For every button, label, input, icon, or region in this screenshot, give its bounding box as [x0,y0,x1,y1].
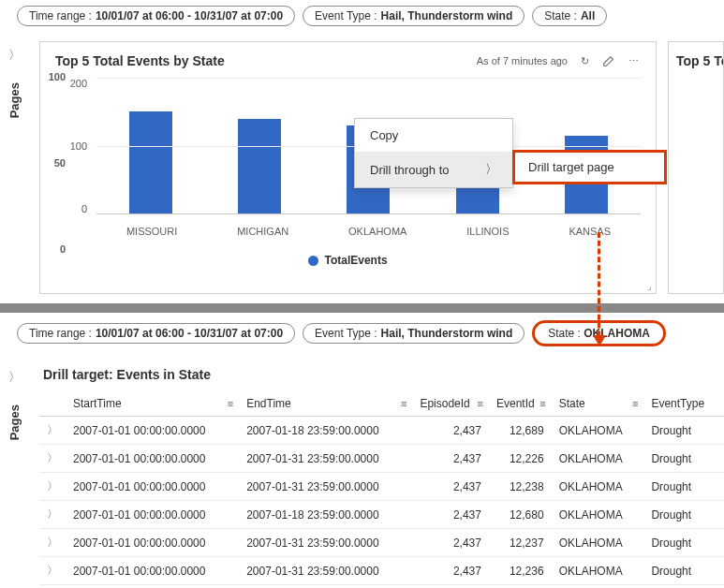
context-menu: Copy Drill through to 〉 [354,118,513,188]
filter-bar-top: Time range : 10/01/07 at 06:00 - 10/31/0… [0,0,724,32]
cell-eventtype: Drought [643,529,724,557]
dashboard-panel-top: Top 5 Total Events by State As of 7 minu… [32,32,724,303]
cell-eventtype: Drought [643,417,724,445]
cell-eventtype: Drought [643,585,724,589]
column-menu-icon[interactable]: ≡ [478,398,483,409]
pages-rail-top: 〉 Pages [0,32,28,118]
cell-episodeid: 2,437 [412,501,489,529]
ctx-item-drillthrough[interactable]: Drill through to 〉 [355,152,512,187]
col-eventtype[interactable]: EventType [643,391,724,417]
col-endtime[interactable]: EndTime≡ [239,391,412,417]
x-tick: ILLINOIS [466,226,509,237]
table-row[interactable]: 〉2007-01-01 00:00:00.00002007-01-31 23:5… [39,557,724,585]
chevron-right-icon: 〉 [485,161,497,178]
x-tick: MISSOURI [126,226,177,237]
filter-label: Event Type : [315,327,377,340]
col-starttime[interactable]: StartTime≡ [66,391,239,417]
table-header-row: StartTime≡ EndTime≡ EpisodeId≡ EventId≡ … [39,391,724,417]
filter-label: Time range : [29,9,92,22]
expand-row-icon[interactable]: 〉 [39,557,66,585]
table-row[interactable]: 〉2007-01-01 00:00:00.00002007-01-31 23:5… [39,445,724,473]
x-tick: KANSAS [569,226,611,237]
cell-state: OKLAHOMA [552,501,644,529]
filter-state[interactable]: State : All [532,6,607,26]
cell-eventtype: Drought [643,557,724,585]
expand-row-icon[interactable]: 〉 [39,473,66,501]
side-card-title: Top 5 Total [676,53,724,68]
cell-endtime: 2007-01-31 23:59:00.0000 [239,557,412,585]
chevron-right-icon[interactable]: 〉 [8,47,21,64]
resize-handle-icon[interactable]: ⌟ [647,281,652,291]
ctx-submenu-drill-target[interactable]: Drill target page [512,150,667,184]
filter-time-range[interactable]: Time range : 10/01/07 at 06:00 - 10/31/0… [17,323,295,344]
cell-eventtype: Drought [643,501,724,529]
expand-row-icon[interactable]: 〉 [39,501,66,529]
table-row[interactable]: 〉2007-01-01 00:00:00.00002007-01-18 23:5… [39,501,724,529]
col-eventid[interactable]: EventId≡ [489,391,552,417]
cell-eventid: 12,236 [489,557,552,585]
cell-endtime: 2007-01-31 23:59:00.0000 [239,529,412,557]
cell-endtime: 2007-01-31 23:59:00.0000 [239,445,412,473]
cell-starttime: 2007-01-01 00:00:00.0000 [66,473,239,501]
cell-starttime: 2007-01-01 00:00:00.0000 [66,557,239,585]
ctx-item-copy[interactable]: Copy [355,119,512,152]
cell-eventtype: Drought [643,473,724,501]
dashboard-panel-bottom: Drill target: Events in State StartTime≡… [32,354,724,588]
cell-eventid: 12,689 [489,417,552,445]
table-row[interactable]: 〉2007-01-01 00:00:00.00002007-01-18 23:5… [39,417,724,445]
refresh-icon[interactable]: ↻ [577,53,592,68]
expand-row-icon[interactable]: 〉 [39,445,66,473]
table-row[interactable]: 〉2007-01-01 00:00:00.00002007-01-31 23:5… [39,585,724,589]
filter-value: 10/01/07 at 06:00 - 10/31/07 at 07:00 [96,9,283,22]
bar-michigan[interactable] [238,119,281,214]
cell-starttime: 2007-01-01 00:00:00.0000 [66,417,239,445]
ctx-label: Copy [370,128,398,142]
submenu-label: Drill target page [528,160,614,174]
cell-state: OKLAHOMA [552,529,644,557]
table-title: Drill target: Events in State [39,361,724,391]
x-tick: OKLAHOMA [348,226,406,237]
filter-label: Event Type : [315,9,377,22]
expand-row-icon[interactable]: 〉 [39,417,66,445]
column-menu-icon[interactable]: ≡ [401,398,406,409]
cell-starttime: 2007-01-01 00:00:00.0000 [66,529,239,557]
cell-eventid: 12,233 [489,585,552,589]
as-of-label: As of 7 minutes ago [477,55,568,66]
table-row[interactable]: 〉2007-01-01 00:00:00.00002007-01-31 23:5… [39,473,724,501]
filter-label: State : [548,327,581,340]
x-tick: MICHIGAN [237,226,288,237]
edit-icon[interactable] [601,53,616,68]
col-state[interactable]: State≡ [552,391,644,417]
annotation-arrow [598,232,600,345]
expand-row-icon[interactable]: 〉 [39,585,66,589]
col-episodeid[interactable]: EpisodeId≡ [412,391,489,417]
column-menu-icon[interactable]: ≡ [632,398,638,409]
card-toolbar: As of 7 minutes ago ↻ ⋯ [477,53,641,68]
col-label: EventType [651,397,704,410]
filter-value: 10/01/07 at 06:00 - 10/31/07 at 07:00 [96,327,283,340]
col-label: EpisodeId [420,397,469,410]
chart-card-side[interactable]: Top 5 Total 100 50 0 [668,41,724,294]
more-icon[interactable]: ⋯ [626,53,641,68]
cell-eventid: 12,237 [489,529,552,557]
filter-bar-bottom: Time range : 10/01/07 at 06:00 - 10/31/0… [0,313,724,354]
expand-row-icon[interactable]: 〉 [39,529,66,557]
pages-label: Pages [7,82,22,118]
column-menu-icon[interactable]: ≡ [539,398,545,409]
cell-eventtype: Drought [643,445,724,473]
filter-value: Hail, Thunderstorm wind [381,327,513,340]
filter-label: State : [544,9,577,22]
col-label: State [559,397,585,410]
bar-missouri[interactable] [129,111,172,213]
filter-event-type[interactable]: Event Type : Hail, Thunderstorm wind [303,323,525,344]
cell-eventid: 12,238 [489,473,552,501]
filter-event-type[interactable]: Event Type : Hail, Thunderstorm wind [303,6,525,26]
column-menu-icon[interactable]: ≡ [228,398,233,409]
chevron-right-icon[interactable]: 〉 [8,369,21,386]
cell-episodeid: 2,437 [412,557,489,585]
cell-state: OKLAHOMA [552,557,644,585]
filter-time-range[interactable]: Time range : 10/01/07 at 06:00 - 10/31/0… [17,6,295,26]
cell-episodeid: 2,437 [412,445,489,473]
events-table: StartTime≡ EndTime≡ EpisodeId≡ EventId≡ … [39,391,724,588]
table-row[interactable]: 〉2007-01-01 00:00:00.00002007-01-31 23:5… [39,529,724,557]
